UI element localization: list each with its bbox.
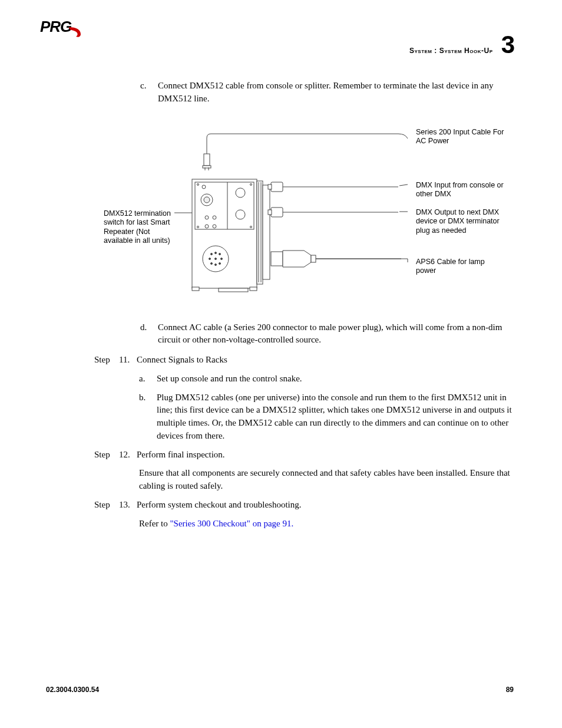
doc-number: 02.3004.0300.54: [46, 686, 99, 694]
svg-point-19: [205, 216, 209, 219]
svg-point-25: [215, 252, 217, 253]
marker: a.: [139, 373, 157, 386]
svg-point-16: [236, 188, 245, 197]
prg-logo: PRG: [40, 18, 82, 36]
list-item-d: d. Connect AC cable (a Series 200 connec…: [140, 321, 514, 347]
step-title: Perform final inspection.: [137, 449, 514, 462]
svg-rect-3: [204, 154, 210, 166]
step-13-body: Refer to "Series 300 Checkout" on page 9…: [139, 518, 514, 531]
svg-point-28: [215, 258, 217, 259]
step-12: Step 12. Perform final inspection.: [94, 449, 514, 462]
logo-swoosh-icon: [68, 24, 82, 35]
svg-point-15: [250, 226, 252, 228]
svg-line-0: [399, 185, 408, 186]
list-text: Connect AC cable (a Series 200 connector…: [158, 321, 514, 347]
page-number: 89: [506, 686, 514, 694]
step-title: Perform system checkout and troubleshoot…: [137, 499, 514, 512]
svg-point-32: [219, 262, 221, 264]
svg-rect-44: [268, 210, 272, 215]
step-label: Step: [94, 354, 119, 367]
svg-point-12: [197, 183, 199, 185]
svg-rect-4: [203, 166, 211, 168]
step-11-a: a. Set up console and run the control sn…: [139, 373, 514, 386]
page-footer: 02.3004.0300.54 89: [46, 686, 514, 694]
list-text: Connect DMX512 cable from console or spl…: [158, 80, 514, 106]
svg-point-24: [211, 253, 213, 255]
diagram-label-r4: APS6 Cable for lamp power: [416, 258, 504, 276]
svg-point-26: [219, 253, 221, 255]
cross-reference-link[interactable]: "Series 300 Checkout" on page 91.: [170, 519, 293, 528]
svg-rect-38: [192, 287, 199, 291]
svg-point-30: [211, 262, 213, 264]
step-title: Connect Signals to Racks: [137, 354, 514, 367]
diagram-label-r3: DMX Output to next DMX device or DMX ter…: [416, 208, 504, 236]
svg-rect-33: [257, 181, 263, 284]
svg-point-21: [205, 225, 209, 228]
svg-point-14: [197, 226, 199, 228]
sub-text: Plug DMX512 cables (one per universe) in…: [157, 391, 514, 443]
svg-rect-37: [219, 288, 248, 292]
svg-rect-46: [271, 252, 283, 266]
marker: b.: [139, 391, 157, 443]
svg-point-13: [250, 183, 252, 185]
marker: c.: [140, 80, 158, 106]
marker: d.: [140, 321, 158, 347]
svg-point-27: [209, 258, 211, 259]
svg-rect-39: [250, 287, 257, 291]
svg-point-29: [221, 258, 223, 259]
header-section-text: System : System Hook-Up: [409, 47, 493, 55]
svg-point-31: [215, 263, 217, 265]
step-11: Step 11. Connect Signals to Racks: [94, 354, 514, 367]
logo-text: PRG: [40, 18, 71, 35]
svg-point-22: [213, 225, 216, 228]
body-prefix: Refer to: [139, 519, 170, 528]
diagram-label-r2: DMX Input from console or other DMX: [416, 181, 504, 199]
svg-rect-34: [263, 185, 270, 279]
step-11-b: b. Plug DMX512 cables (one per universe)…: [139, 391, 514, 443]
svg-rect-40: [271, 182, 283, 192]
page-header: System : System Hook-Up 3: [409, 32, 515, 57]
svg-point-17: [236, 210, 245, 219]
step-12-body: Ensure that all components are securely …: [139, 467, 514, 493]
step-label: Step: [94, 449, 119, 462]
sub-text: Set up console and run the control snake…: [157, 373, 302, 386]
wiring-diagram: DMX512 termination switch for last Smart…: [104, 123, 504, 300]
body-content: c. Connect DMX512 cable from console or …: [94, 80, 514, 536]
svg-rect-48: [311, 255, 316, 262]
svg-rect-41: [268, 185, 272, 189]
svg-point-20: [213, 216, 216, 219]
svg-marker-47: [283, 251, 311, 267]
diagram-label-left: DMX512 termination switch for last Smart…: [104, 209, 180, 246]
diagram-label-top-right-sub: AC Power: [416, 137, 449, 145]
step-number: 13.: [119, 499, 137, 512]
diagram-label-top-right-title: Series 200 Input Cable For: [416, 128, 504, 136]
chapter-number: 3: [501, 32, 515, 57]
svg-point-9: [202, 185, 206, 189]
step-number: 11.: [119, 354, 137, 367]
step-13: Step 13. Perform system checkout and tro…: [94, 499, 514, 512]
svg-rect-8: [195, 182, 254, 229]
svg-point-11: [204, 197, 210, 203]
list-item-c: c. Connect DMX512 cable from console or …: [140, 80, 514, 106]
step-label: Step: [94, 499, 119, 512]
step-number: 12.: [119, 449, 137, 462]
svg-rect-43: [271, 207, 283, 217]
